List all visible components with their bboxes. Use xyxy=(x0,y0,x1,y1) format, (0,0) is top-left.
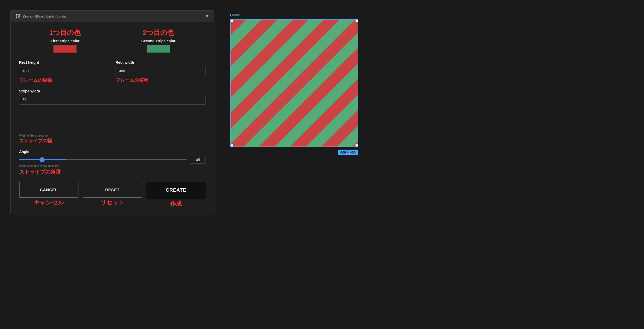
close-button[interactable]: × xyxy=(204,13,210,19)
first-color-swatch[interactable] xyxy=(53,45,77,53)
color-section: 1つ目の色 First stripe color 2つ目の色 Second st… xyxy=(19,28,206,53)
stripe-width-hints: Width of the stripes (px) ストライプの幅 xyxy=(19,133,206,149)
first-color-group: 1つ目の色 First stripe color xyxy=(49,28,81,53)
preview-panel: Frame 400 × 400 xyxy=(230,10,358,155)
reset-jp-label: リセット xyxy=(100,199,124,207)
cancel-button[interactable]: CANCEL xyxy=(19,182,78,198)
stripe-width-placeholder: Width of the stripes (px) xyxy=(19,134,49,137)
rect-width-label: Rect width xyxy=(116,60,206,64)
corner-handle-br[interactable] xyxy=(355,144,358,147)
button-area: CANCEL キャンセル RESET リセット CREATE 作成 xyxy=(19,182,206,208)
angle-slider-row xyxy=(19,156,206,164)
second-color-en-label: Second stripe color xyxy=(141,39,176,43)
cancel-jp-label: キャンセル xyxy=(34,199,64,207)
stripe-svg xyxy=(231,20,358,146)
rect-height-label: Rect height xyxy=(19,60,109,64)
dialog-body: 1つ目の色 First stripe color 2つ目の色 Second st… xyxy=(11,22,214,214)
rect-height-hint: フレームの縦幅 xyxy=(19,77,109,83)
create-button[interactable]: CREATE xyxy=(146,182,206,199)
frame-label: Frame xyxy=(230,13,240,17)
dialog-titlebar: Zebra - Striped backgrounds × xyxy=(11,11,214,22)
cancel-col: CANCEL キャンセル xyxy=(19,182,78,207)
rect-height-hint-group: フレームの縦幅 xyxy=(19,77,109,88)
angle-value-input[interactable] xyxy=(190,156,206,164)
create-jp-label: 作成 xyxy=(170,200,182,208)
angle-slider[interactable] xyxy=(19,159,187,160)
second-color-jp-label: 2つ目の色 xyxy=(143,28,174,37)
angle-section: Angle Angle of stripes in any direction … xyxy=(19,150,206,178)
rect-width-input[interactable] xyxy=(116,66,206,76)
rect-dimensions-row: Rect height Rect width xyxy=(19,60,206,76)
rect-height-input[interactable] xyxy=(19,66,109,76)
stripe-width-group: Stripe width xyxy=(19,89,206,132)
corner-handle-tr[interactable] xyxy=(355,19,358,22)
corner-handle-tl[interactable] xyxy=(230,19,233,22)
rect-width-hint: フレームの横幅 xyxy=(116,77,206,83)
angle-hint: ストライプの角度 xyxy=(19,168,206,175)
rect-hints-row: フレームの縦幅 フレームの横幅 xyxy=(19,77,206,88)
stripe-width-input[interactable] xyxy=(19,95,206,105)
second-color-group: 2つ目の色 Second stripe color xyxy=(141,28,176,53)
svg-rect-0 xyxy=(15,13,21,19)
dialog-title-text: Zebra - Striped backgrounds xyxy=(23,14,66,18)
zebra-icon xyxy=(15,13,21,19)
stripe-width-label: Stripe width xyxy=(19,89,206,93)
rect-height-group: Rect height xyxy=(19,60,109,76)
create-col: CREATE 作成 xyxy=(146,182,206,208)
rect-width-group: Rect width xyxy=(116,60,206,76)
first-color-jp-label: 1つ目の色 xyxy=(49,28,81,37)
rect-width-hint-group: フレームの横幅 xyxy=(116,77,206,88)
second-color-swatch[interactable] xyxy=(147,45,170,53)
zebra-dialog: Zebra - Striped backgrounds × 1つ目の色 Firs… xyxy=(10,10,214,214)
corner-handle-bl[interactable] xyxy=(230,144,233,147)
stripe-width-hint: ストライプの幅 xyxy=(19,138,206,144)
reset-col: RESET リセット xyxy=(83,182,142,207)
reset-button[interactable]: RESET xyxy=(83,182,142,198)
first-color-en-label: First stripe color xyxy=(51,39,79,43)
dialog-title-left: Zebra - Striped backgrounds xyxy=(15,13,66,19)
size-badge: 400 × 400 xyxy=(338,150,358,155)
preview-frame xyxy=(230,19,358,147)
svg-rect-3 xyxy=(231,20,358,146)
angle-placeholder: Angle of stripes in any direction xyxy=(19,164,206,167)
angle-label: Angle xyxy=(19,150,206,154)
